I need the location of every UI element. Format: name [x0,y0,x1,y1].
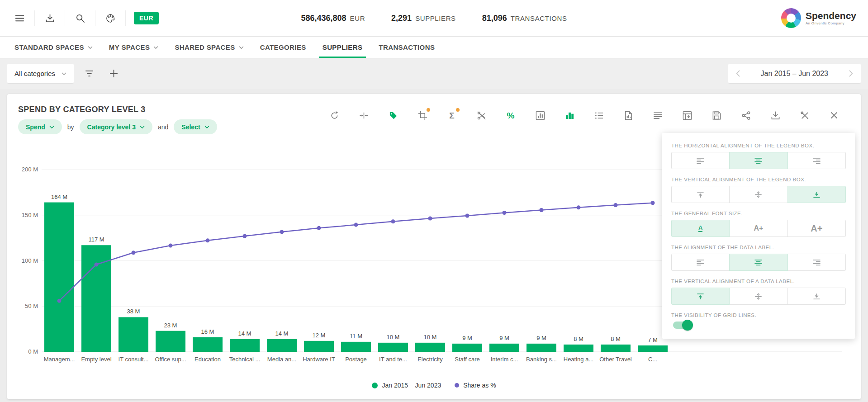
chevron-down-icon [153,46,158,49]
svg-text:C...: C... [648,356,657,363]
svg-text:38 M: 38 M [127,308,140,315]
tab-suppliers[interactable]: SUPPLIERS [314,37,371,58]
valign-bottom-button[interactable] [787,288,846,305]
svg-text:Heating a...: Heating a... [564,356,594,363]
valign-bottom-button[interactable] [787,186,846,203]
align-center-button[interactable] [729,152,787,169]
setting-label: THE VERTICAL ALIGNMENT OF A DATA LABEL. [671,279,846,284]
logo-name: Spendency [806,11,856,21]
palette-icon[interactable] [103,10,118,26]
separator [95,10,95,26]
valign-middle-button[interactable] [729,186,787,203]
svg-text:Interim c...: Interim c... [491,356,518,363]
setting-group: THE VISIBILITY OF GRID LINES. [671,312,846,329]
setting-label: THE GENERAL FONT SIZE. [671,211,846,216]
svg-text:Hardware IT: Hardware IT [303,356,335,363]
date-range-label: Jan 2015 – Jun 2023 [748,70,841,78]
setting-group: THE GENERAL FONT SIZE.AA+A+ [671,211,846,237]
stat-eur: 586,436,808EUR [301,14,365,23]
svg-text:200 M: 200 M [22,166,38,173]
date-range-selector: Jan 2015 – Jun 2023 [728,64,861,83]
svg-text:Managem...: Managem... [44,356,75,363]
add-icon[interactable] [104,65,123,83]
svg-text:9 M: 9 M [462,335,472,341]
chart-legend: Jan 2015 – Jun 2023Share as % [7,382,861,389]
align-center-button[interactable] [729,254,787,271]
svg-text:8 M: 8 M [574,336,583,342]
search-icon[interactable] [72,10,88,26]
logo-tagline: An Onventis Company [806,21,856,25]
align-left-button[interactable] [671,254,730,271]
top-bar: EUR 586,436,808EUR2,291SUPPLIERS81,096TR… [0,0,868,37]
setting-label: THE ALIGNMENT OF THE DATA LABEL. [671,245,846,250]
svg-text:Empty level: Empty level [81,356,111,363]
align-right-button[interactable] [787,152,846,169]
setting-group: THE VERTICAL ALIGNMENT OF THE LEGEND BOX… [671,177,846,203]
svg-text:14 M: 14 M [275,330,289,337]
spendency-logo-icon [781,8,801,28]
legend-item[interactable]: Share as % [455,382,496,389]
tab-transactions[interactable]: TRANSACTIONS [370,37,443,58]
svg-text:11 M: 11 M [350,333,362,340]
category-filter-dropdown[interactable]: All categories [7,64,74,83]
align-left-button[interactable] [671,152,730,169]
setting-group: THE VERTICAL ALIGNMENT OF A DATA LABEL. [671,279,846,305]
menu-icon[interactable] [12,10,27,26]
setting-label: THE HORIZONTAL ALIGNMENT OF THE LEGEND B… [671,143,846,148]
legend-marker [372,383,378,388]
topbar-icons [12,10,133,26]
svg-text:Postage: Postage [345,356,367,363]
setting-group: THE ALIGNMENT OF THE DATA LABEL. [671,245,846,271]
svg-text:Other Travel: Other Travel [599,356,632,363]
svg-text:23 M: 23 M [164,322,177,329]
chevron-down-icon [62,72,66,76]
svg-text:Technical ...: Technical ... [229,356,261,363]
font-large-button[interactable]: A+ [787,220,846,237]
filter-icon[interactable] [80,65,98,83]
svg-text:16 M: 16 M [201,328,214,335]
tab-shared-spaces[interactable]: SHARED SPACES [166,37,251,58]
stat-transactions: 81,096TRANSACTIONS [482,14,567,23]
svg-text:Education: Education [194,356,221,363]
header-stats: 586,436,808EUR2,291SUPPLIERS81,096TRANSA… [301,14,567,23]
download-icon[interactable] [42,10,57,26]
separator [65,10,65,26]
stat-suppliers: 2,291SUPPLIERS [391,14,456,23]
app-logo: Spendency An Onventis Company [781,8,856,28]
svg-text:Electricity: Electricity [417,356,443,363]
gridlines-toggle[interactable] [673,322,692,329]
tab-categories[interactable]: CATEGORIES [252,37,314,58]
font-small-button[interactable]: A [671,220,730,237]
legend-marker [455,383,459,388]
svg-text:Banking s...: Banking s... [526,356,557,363]
valign-middle-button[interactable] [729,288,787,305]
svg-text:100 M: 100 M [22,257,38,264]
chevron-down-icon [239,46,244,49]
svg-text:0 M: 0 M [28,348,38,355]
tab-standard-spaces[interactable]: STANDARD SPACES [6,37,101,58]
valign-top-button[interactable] [671,186,730,203]
valign-top-button[interactable] [671,288,730,305]
font-medium-button[interactable]: A+ [729,220,787,237]
chevron-right-icon[interactable] [841,64,861,83]
tab-my-spaces[interactable]: MY SPACES [101,37,167,58]
legend-item[interactable]: Jan 2015 – Jun 2023 [372,382,441,389]
chevron-left-icon[interactable] [728,64,748,83]
svg-text:IT consult...: IT consult... [119,356,149,363]
svg-text:Office sup...: Office sup... [155,356,186,363]
setting-label: THE VISIBILITY OF GRID LINES. [671,312,846,318]
svg-text:10 M: 10 M [387,334,400,341]
svg-text:12 M: 12 M [313,332,326,339]
svg-text:7 M: 7 M [648,336,658,343]
toggle-knob [682,320,693,331]
align-right-button[interactable] [787,254,846,271]
filter-bar: All categories Jan 2015 – Jun 2023 [0,58,868,89]
svg-text:14 M: 14 M [238,330,251,337]
svg-text:150 M: 150 M [22,212,38,218]
svg-text:50 M: 50 M [25,303,38,309]
separator [125,10,126,26]
currency-badge[interactable]: EUR [134,12,159,24]
svg-text:164 M: 164 M [51,194,67,200]
setting-label: THE VERTICAL ALIGNMENT OF THE LEGEND BOX… [671,177,846,182]
svg-text:9 M: 9 M [499,335,509,341]
